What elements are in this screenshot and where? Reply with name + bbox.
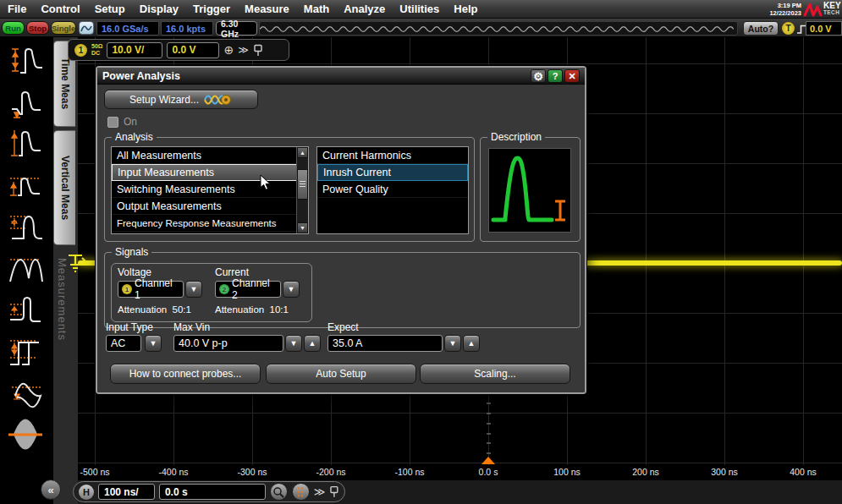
list-item[interactable]: Switching Measurements xyxy=(112,181,308,198)
run-button[interactable]: Run xyxy=(2,21,25,35)
sample-rate-field[interactable]: 16.0 GSa/s xyxy=(96,21,159,36)
scaling-button[interactable]: Scaling... xyxy=(420,364,570,384)
trigger-time-marker[interactable] xyxy=(482,457,495,464)
menu-control[interactable]: Control xyxy=(41,3,80,15)
channel1-offset-field[interactable]: 0.0 V xyxy=(167,42,219,58)
expect-increment-icon[interactable]: ▲ xyxy=(463,335,480,352)
channel1-coupling-chip[interactable]: 50Ω DC xyxy=(91,43,102,57)
meas-peak-peak-icon[interactable] xyxy=(7,249,44,287)
menu-setup[interactable]: Setup xyxy=(95,3,125,15)
current-dropdown-icon[interactable]: ▼ xyxy=(283,281,300,298)
max-vin-decrement-icon[interactable]: ▼ xyxy=(285,335,302,352)
list-item[interactable]: Output Measurements xyxy=(112,198,308,215)
meas-preshoot-icon[interactable] xyxy=(7,332,44,370)
bandwidth-field[interactable]: 6.30 GHz xyxy=(216,21,257,36)
meas-overshoot-icon[interactable] xyxy=(7,291,44,328)
tab-vertical-meas[interactable]: Vertical Meas xyxy=(53,130,75,245)
signals-legend: Signals xyxy=(112,246,151,258)
wizard-wave-icon xyxy=(204,92,233,107)
meas-dc-rms-icon[interactable] xyxy=(7,415,44,454)
meas-top-icon[interactable] xyxy=(7,42,44,79)
channel1-mini-badge: 1 xyxy=(122,284,132,294)
horizontal-badge[interactable]: H xyxy=(79,485,94,500)
channel-more-icon[interactable]: ≫ xyxy=(238,45,249,55)
meas-amplitude-icon[interactable] xyxy=(7,125,44,162)
dialog-help-icon[interactable]: ? xyxy=(548,69,563,83)
expect-value[interactable]: 35.0 A xyxy=(327,335,443,352)
memory-depth-field[interactable]: 16.0 kpts xyxy=(161,21,213,36)
list-item-selected[interactable]: Input Measurements xyxy=(112,164,308,181)
trigger-auto-button[interactable]: Auto? xyxy=(743,21,779,36)
menu-math[interactable]: Math xyxy=(304,3,329,15)
menu-bar: File Control Setup Display Trigger Measu… xyxy=(0,0,842,19)
menu-measure[interactable]: Measure xyxy=(245,3,289,15)
max-vin-label: Max Vin xyxy=(173,321,210,333)
max-vin-increment-icon[interactable]: ▲ xyxy=(304,335,321,352)
list-item[interactable]: Current Harmonics xyxy=(317,147,468,164)
expect-decrement-icon[interactable]: ▼ xyxy=(444,335,461,352)
single-button[interactable]: Single xyxy=(51,21,76,35)
acquisition-toolbar: Run Stop Single 16.0 GSa/s 16.0 kpts 6.3… xyxy=(0,19,842,37)
menu-display[interactable]: Display xyxy=(140,3,179,15)
axis-tick-label: 400 ns xyxy=(790,467,817,477)
input-type-dropdown-icon[interactable]: ▼ xyxy=(145,335,162,352)
trigger-level-field[interactable]: 0.0 V xyxy=(806,21,842,36)
touch-zone-icon[interactable] xyxy=(79,21,94,35)
menu-file[interactable]: File xyxy=(8,3,26,15)
clock-date: 12/22/2023 xyxy=(769,9,801,17)
meas-max-icon[interactable] xyxy=(7,167,44,204)
voltage-channel-field[interactable]: 1 Channel 1 xyxy=(118,281,184,298)
scroll-up-icon[interactable]: ▲ xyxy=(297,147,308,158)
list-item[interactable]: Frequency Response Measurements xyxy=(112,215,308,232)
setup-wizard-button[interactable]: Setup Wizard... xyxy=(104,90,258,109)
axis-tick-label: -200 ns xyxy=(316,467,345,477)
channel1-badge[interactable]: 1 xyxy=(74,44,87,57)
auto-setup-button[interactable]: Auto Setup xyxy=(266,364,416,384)
add-channel-icon[interactable]: ⊕ xyxy=(223,44,234,56)
current-channel-field[interactable]: 2 Channel 2 xyxy=(215,281,281,298)
search-markers-icon[interactable] xyxy=(292,483,310,501)
clock-time: 3:19 PM xyxy=(769,2,801,9)
menu-trigger[interactable]: Trigger xyxy=(193,3,230,15)
voltage-channel-value: Channel 1 xyxy=(135,277,179,301)
dialog-title-bar[interactable]: Power Analysis xyxy=(97,68,585,85)
list-item[interactable]: Power Quality xyxy=(317,181,468,198)
horizontal-more-icon[interactable]: ≫ xyxy=(314,486,326,497)
axis-tick-label: -300 ns xyxy=(237,467,267,477)
horizontal-preview-bar[interactable] xyxy=(259,21,738,36)
menu-utilities[interactable]: Utilities xyxy=(399,3,439,15)
voltage-dropdown-icon[interactable]: ▼ xyxy=(185,281,202,298)
keysight-spark-icon xyxy=(803,1,823,18)
axis-tick-label: -400 ns xyxy=(158,467,188,477)
pin-icon[interactable] xyxy=(329,485,339,498)
stop-button[interactable]: Stop xyxy=(26,21,49,35)
menu-analyze[interactable]: Analyze xyxy=(344,3,385,15)
horizontal-controls: H 100 ns/ 0.0 s ≫ xyxy=(73,481,345,502)
zoom-mode-icon[interactable] xyxy=(270,483,288,501)
meas-min-icon[interactable] xyxy=(7,208,44,245)
scroll-down-icon[interactable]: ▼ xyxy=(297,222,308,233)
voltage-attenuation: Attenuation 50:1 xyxy=(118,304,191,315)
brand-logo: KEY TECH xyxy=(823,2,842,16)
meas-base-icon[interactable] xyxy=(7,84,44,121)
menu-help[interactable]: Help xyxy=(454,3,477,15)
meas-ac-rms-icon[interactable] xyxy=(7,374,44,411)
trigger-source-badge[interactable]: T xyxy=(782,22,795,35)
voltage-label: Voltage xyxy=(118,266,151,278)
measurement-icon-column xyxy=(0,37,52,504)
timebase-scale-field[interactable]: 100 ns/ xyxy=(98,484,155,500)
max-vin-value[interactable]: 40.0 V p-p xyxy=(173,335,283,352)
timebase-position-field[interactable]: 0.0 s xyxy=(159,484,266,500)
pin-icon[interactable] xyxy=(253,44,263,57)
scrollbar-thumb[interactable] xyxy=(297,169,308,200)
how-to-connect-probes-button[interactable]: How to connect probes... xyxy=(110,364,261,384)
on-checkbox[interactable] xyxy=(107,117,118,128)
dialog-close-icon[interactable]: ✕ xyxy=(564,69,580,83)
list-item[interactable]: All Measurements xyxy=(112,147,308,164)
sidebar-collapse-icon[interactable]: « xyxy=(41,479,61,500)
channel1-ground-marker[interactable] xyxy=(66,253,86,275)
channel1-scale-field[interactable]: 10.0 V/ xyxy=(107,42,162,58)
dialog-settings-icon[interactable]: ⚙ xyxy=(531,69,546,83)
input-type-value[interactable]: AC xyxy=(106,335,141,352)
list-item-selected[interactable]: Inrush Current xyxy=(317,164,468,181)
